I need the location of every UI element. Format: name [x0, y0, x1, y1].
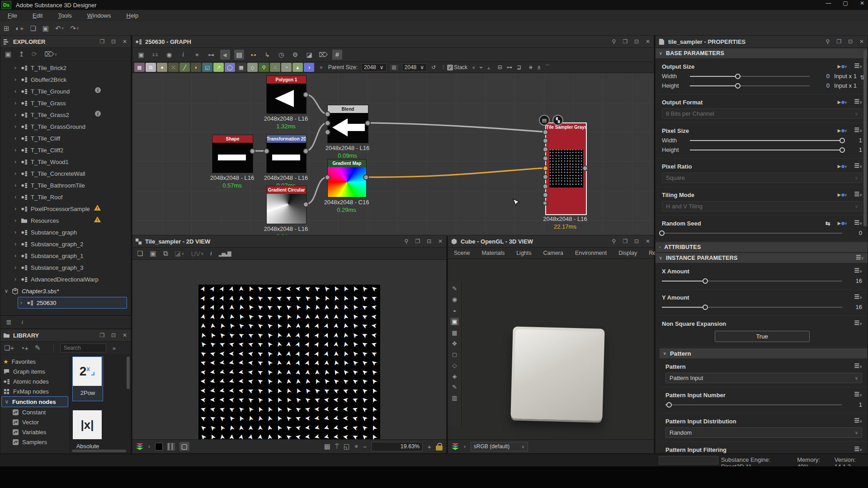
library-scrollbar[interactable]	[127, 357, 130, 389]
tiling-grid-icon[interactable]: ▦	[324, 442, 330, 450]
screenshot-icon[interactable]: ◉	[164, 50, 174, 60]
slider-handle[interactable]	[659, 230, 665, 236]
explorer-item-t-tile-bathroomtile[interactable]: ›T_Tile_BathroomTile	[0, 179, 131, 191]
explorer-item-t-tile-grass[interactable]: ›T_Tile_Grass	[0, 97, 131, 109]
view3d-menu-environment[interactable]: Environment	[569, 250, 613, 256]
chevron-right-icon[interactable]: ›	[19, 300, 24, 306]
save-image-icon[interactable]: ▣	[150, 249, 156, 258]
preset-menu-icon[interactable]: ☰∨	[854, 192, 862, 197]
move-gizmo-icon[interactable]: ✥	[452, 340, 457, 347]
function-icon[interactable]: ▶∨	[838, 192, 847, 197]
section-attributes[interactable]: ›ATTRIBUTES	[656, 242, 868, 253]
tile-sampler-input-port[interactable]	[542, 201, 547, 206]
explorer-item-resources[interactable]: ›Resources!	[0, 215, 131, 226]
node-port[interactable]	[303, 148, 309, 154]
redo-icon[interactable]: ↷∨	[70, 24, 79, 33]
pin-node-icon[interactable]: ⚲	[259, 63, 269, 72]
graph-node-gradient-map[interactable]: Gradient Map	[327, 159, 367, 197]
preset-menu-icon[interactable]: ☰∨	[854, 392, 862, 398]
preset-menu-icon[interactable]: ☰∨	[854, 268, 862, 274]
explorer-item-substance-graph[interactable]: ›Substance_graph	[0, 226, 131, 238]
tile-sampler-input-port[interactable]	[542, 165, 548, 171]
chevron-right-icon[interactable]: ›	[13, 217, 18, 224]
float-panel-icon[interactable]: ❐	[836, 38, 842, 45]
chevron-right-icon[interactable]: ›	[13, 88, 18, 94]
info-tab-icon[interactable]: i	[22, 319, 24, 326]
new-library-folder-icon[interactable]: ❏+	[4, 344, 14, 352]
explorer-item-chapter3-sbs-[interactable]: ∨Chapter3.sbs*	[0, 285, 131, 297]
link-sizes-icon[interactable]: ⛓	[390, 65, 398, 70]
library-hscrollbar[interactable]	[72, 450, 126, 452]
output-format-badge[interactable]: ▤	[539, 115, 550, 126]
zoom-level-field[interactable]: 19.63%	[371, 442, 423, 451]
outputs-list-icon[interactable]: ≣	[6, 318, 12, 326]
chevron-right-icon[interactable]: ›	[13, 100, 18, 106]
node-port[interactable]	[325, 174, 330, 180]
explorer-item-pixelprocessorsample[interactable]: ›PixelProcessorSample!	[0, 203, 131, 215]
maximize-button[interactable]: ▢	[843, 0, 848, 6]
section-instance-parameters[interactable]: ∨INSTANCE PARAMETERS☰∨	[656, 253, 868, 263]
graph-tab-title[interactable]: 250630 - GRAPH	[145, 38, 191, 45]
tile-sampler-input-port[interactable]	[542, 129, 548, 135]
view3d-title[interactable]: Cube - OpenGL - 3D VIEW	[461, 238, 533, 245]
graph-node-gradient-circular[interactable]: Gradient Circular	[266, 186, 307, 224]
explorer-item-substance-graph-2[interactable]: ›Substance_graph_2	[0, 238, 131, 250]
library-item-2pow[interactable]: 2x⌟2Pow	[72, 357, 103, 401]
dropdown-pattern-input-distribution[interactable]: Random∨	[665, 427, 862, 438]
histogram-icon[interactable]: ▂▅▃▇	[219, 251, 231, 257]
curve-node-icon[interactable]: ╱	[179, 63, 190, 72]
explorer-item-t-tile-cliff[interactable]: ›T_Tile_Cliff	[0, 132, 131, 144]
splatter-node-icon[interactable]: ∴	[270, 63, 280, 72]
explorer-item-t-tile-concretewall[interactable]: ›T_Tile_ConcreteWall	[0, 168, 131, 179]
view3d-menu-display[interactable]: Display	[613, 250, 643, 256]
menu-file[interactable]: File	[0, 12, 25, 19]
close-button[interactable]: ✕	[860, 0, 864, 6]
maximize-panel-icon[interactable]: ⊡	[110, 38, 117, 45]
gradient-node-icon[interactable]: ◇	[247, 63, 258, 72]
chevron-right-icon[interactable]: ›	[13, 135, 18, 141]
chevron-right-icon[interactable]: ›	[13, 194, 18, 200]
hsl-node-icon[interactable]: ◑	[304, 63, 314, 72]
preset-menu-icon[interactable]: ☰∨	[854, 321, 862, 326]
channels-icon[interactable]	[136, 443, 143, 450]
paint-icon[interactable]: ✎	[452, 384, 457, 390]
stats-icon[interactable]: ▥	[452, 394, 457, 401]
warp-node-icon[interactable]: ↗	[213, 63, 224, 72]
graph-view-icon[interactable]: ⪡	[220, 50, 230, 60]
slider-height[interactable]	[690, 83, 810, 89]
explorer-item-substance-graph-1[interactable]: ›Substance_graph_1	[0, 250, 131, 262]
info-icon[interactable]: i	[95, 111, 101, 117]
clean-icon[interactable]: ⌦	[318, 50, 328, 60]
timing-icon[interactable]: ◷	[276, 50, 286, 60]
elbow-link-icon[interactable]: ↳	[262, 50, 272, 60]
undo-icon[interactable]: ↶∨	[55, 24, 64, 33]
dropdown-tiling-mode[interactable]: H and V Tiling∨	[662, 201, 862, 211]
float-panel-icon[interactable]: ❐	[99, 38, 105, 45]
preset-menu-icon[interactable]: ☰∨	[854, 295, 862, 300]
blur-node-icon[interactable]: ⧉	[146, 63, 156, 72]
close-panel-icon[interactable]: ✕	[645, 38, 651, 45]
node-info-icon[interactable]: i	[178, 50, 188, 60]
explorer-item-substance-graph-3[interactable]: ›Substance_graph_3	[0, 262, 131, 273]
maximize-panel-icon[interactable]: ⊡	[426, 238, 432, 244]
chevron-right-icon[interactable]: ›	[13, 241, 18, 247]
slider-handle[interactable]	[703, 278, 708, 284]
slider-width[interactable]	[690, 73, 810, 80]
chevron-right-icon[interactable]: ›	[13, 159, 18, 165]
graph-node-tile-sampler-grayscale[interactable]: Tile Sampler Grayscale➤➤➤➤➤➤➤➤➤➤➤➤➤➤➤➤➤➤…	[545, 122, 587, 215]
slider-handle[interactable]	[735, 74, 741, 79]
graph-node-transformation-2d[interactable]: Transformation 2D	[266, 135, 307, 173]
physical-size-icon[interactable]: ⍑	[335, 442, 339, 450]
levels-node-icon[interactable]: ▲	[292, 63, 303, 72]
maximize-panel-icon[interactable]: ⊡	[847, 38, 854, 45]
node-port[interactable]	[365, 120, 371, 126]
new-view-icon[interactable]: ❏	[137, 249, 143, 258]
search-node-icon[interactable]: ⌖	[192, 50, 202, 60]
slider-height[interactable]	[690, 147, 842, 153]
node-port[interactable]	[303, 92, 309, 98]
slider-handle[interactable]	[840, 138, 845, 143]
tools-icon[interactable]: ⚙	[290, 50, 300, 60]
explorer-item-gbuffer2brick[interactable]: ›Gbuffer2Brick	[0, 74, 131, 85]
preset-menu-icon[interactable]: ☰∨	[854, 164, 862, 169]
distribute-h-icon[interactable]: ⊟	[498, 64, 502, 70]
